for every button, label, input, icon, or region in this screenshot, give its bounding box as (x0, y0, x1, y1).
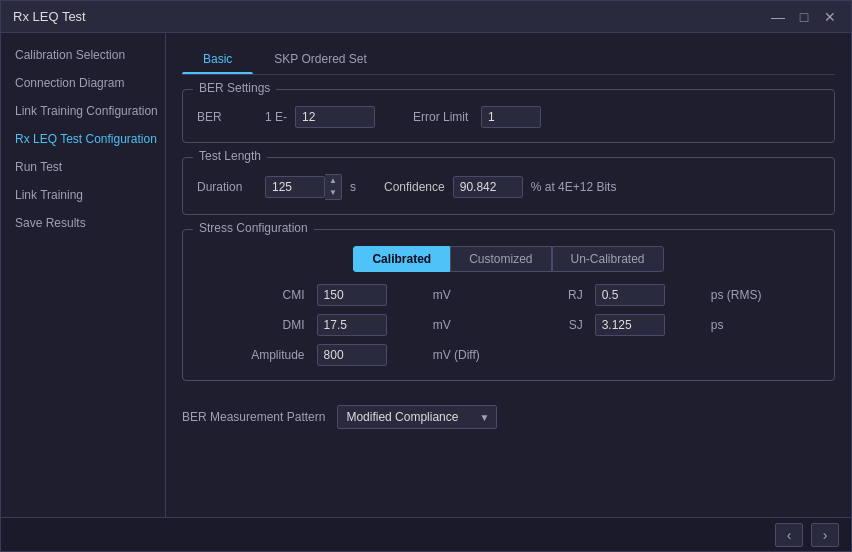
stress-tabs: Calibrated Customized Un-Calibrated (353, 246, 663, 272)
sidebar-item-calibration-selection[interactable]: Calibration Selection (1, 41, 165, 69)
back-button[interactable]: ‹ (775, 523, 803, 547)
maximize-button[interactable]: □ (795, 8, 813, 26)
tab-basic[interactable]: Basic (182, 45, 253, 74)
confidence-label: Confidence (384, 180, 445, 194)
sj-input[interactable] (595, 314, 665, 336)
stress-tab-uncalibrated[interactable]: Un-Calibrated (552, 246, 664, 272)
main-panel: Basic SKP Ordered Set BER Settings BER 1… (166, 33, 851, 517)
error-limit-label: Error Limit (413, 110, 473, 124)
title-bar: Rx LEQ Test — □ ✕ (1, 1, 851, 33)
sidebar-item-link-training[interactable]: Link Training (1, 181, 165, 209)
ber-value-input[interactable] (295, 106, 375, 128)
duration-label: Duration (197, 180, 257, 194)
forward-button[interactable]: › (811, 523, 839, 547)
duration-spinners: ▲ ▼ (325, 174, 342, 200)
close-button[interactable]: ✕ (821, 8, 839, 26)
duration-input[interactable] (265, 176, 325, 198)
sj-label: SJ (534, 318, 583, 332)
rj-unit: ps (RMS) (711, 288, 800, 302)
ber-row: BER 1 E- Error Limit (197, 106, 820, 128)
ber-settings-group: BER Settings BER 1 E- Error Limit (182, 89, 835, 143)
stress-config-group: Stress Configuration Calibrated Customiz… (182, 229, 835, 381)
ber-prefix: 1 E- (265, 110, 287, 124)
sidebar-item-rx-leq-test[interactable]: Rx LEQ Test Configuration (1, 125, 165, 153)
confidence-suffix: % at 4E+12 Bits (531, 180, 617, 194)
dmi-unit: mV (433, 318, 522, 332)
test-length-group: Test Length Duration ▲ ▼ s Confidence 90… (182, 157, 835, 215)
main-window: Rx LEQ Test — □ ✕ Calibration Selection … (0, 0, 852, 552)
amplitude-unit: mV (Diff) (433, 348, 522, 362)
bottom-bar: ‹ › (1, 517, 851, 551)
rj-label: RJ (534, 288, 583, 302)
confidence-value: 90.842 (453, 176, 523, 198)
sidebar: Calibration Selection Connection Diagram… (1, 33, 166, 517)
dmi-input[interactable] (317, 314, 387, 336)
ber-pattern-select[interactable]: Modified Compliance Compliance Custom (337, 405, 497, 429)
ber-pattern-row: BER Measurement Pattern Modified Complia… (182, 399, 835, 435)
sj-unit: ps (711, 318, 800, 332)
minimize-button[interactable]: — (769, 8, 787, 26)
duration-decrement[interactable]: ▼ (325, 187, 341, 199)
dmi-label: DMI (217, 318, 305, 332)
test-length-row: Duration ▲ ▼ s Confidence 90.842 % at 4E… (197, 174, 820, 200)
ber-pattern-select-wrapper: Modified Compliance Compliance Custom ▼ (337, 405, 497, 429)
stress-tab-bar: Calibrated Customized Un-Calibrated (197, 240, 820, 284)
sidebar-item-connection-diagram[interactable]: Connection Diagram (1, 69, 165, 97)
tab-skp-ordered-set[interactable]: SKP Ordered Set (253, 45, 388, 74)
ber-label: BER (197, 110, 257, 124)
stress-tab-calibrated[interactable]: Calibrated (353, 246, 450, 272)
test-length-label: Test Length (193, 149, 267, 163)
cmi-label: CMI (217, 288, 305, 302)
rj-input[interactable] (595, 284, 665, 306)
window-title: Rx LEQ Test (13, 9, 86, 24)
sidebar-item-link-training-config[interactable]: Link Training Configuration (1, 97, 165, 125)
ber-settings-label: BER Settings (193, 81, 276, 95)
stress-tab-customized[interactable]: Customized (450, 246, 551, 272)
amplitude-label: Amplitude (217, 348, 305, 362)
sidebar-item-run-test[interactable]: Run Test (1, 153, 165, 181)
ber-input-group: 1 E- (265, 106, 375, 128)
amplitude-input[interactable] (317, 344, 387, 366)
sidebar-item-save-results[interactable]: Save Results (1, 209, 165, 237)
stress-fields: CMI mV RJ ps (RMS) DMI mV SJ ps Amplitud… (197, 284, 820, 366)
duration-spinner: ▲ ▼ (265, 174, 342, 200)
content-area: Calibration Selection Connection Diagram… (1, 33, 851, 517)
cmi-unit: mV (433, 288, 522, 302)
window-controls: — □ ✕ (769, 8, 839, 26)
ber-pattern-label: BER Measurement Pattern (182, 410, 325, 424)
cmi-input[interactable] (317, 284, 387, 306)
duration-unit: s (350, 180, 356, 194)
duration-increment[interactable]: ▲ (325, 175, 341, 187)
stress-config-label: Stress Configuration (193, 221, 314, 235)
tab-bar: Basic SKP Ordered Set (182, 45, 835, 75)
error-limit-input[interactable] (481, 106, 541, 128)
